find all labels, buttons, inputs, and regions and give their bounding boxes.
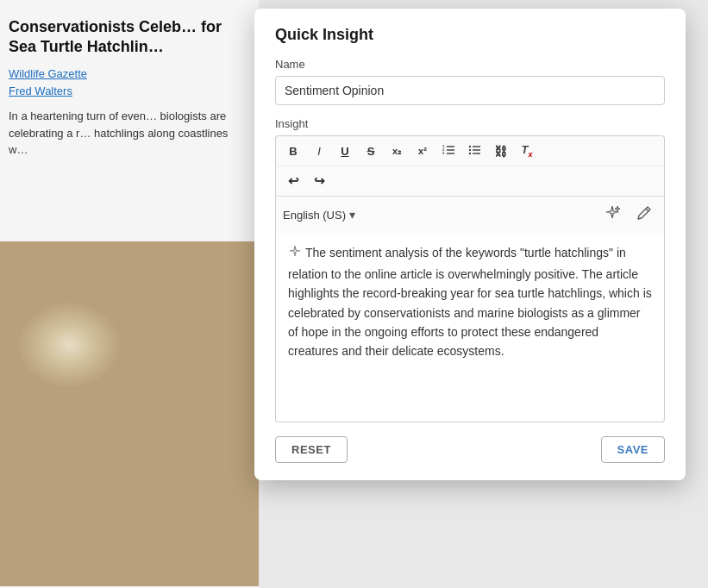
article-title: Conservationists Celeb… for Sea Turtle H… [9, 17, 233, 58]
ai-translate-button[interactable] [598, 202, 626, 228]
subscript-icon: x₂ [392, 146, 401, 157]
bold-button[interactable]: B [281, 140, 305, 162]
turtle-eggs-image [0, 241, 259, 586]
redo-icon: ↪ [314, 173, 325, 189]
clear-format-button[interactable]: Tx [515, 140, 539, 162]
unordered-list-button[interactable] [462, 140, 486, 162]
modal-title: Quick Insight [275, 26, 665, 44]
insight-toolbar: B I U S x₂ x² 1. 2. 3. [275, 135, 665, 166]
name-input[interactable] [275, 76, 665, 105]
bold-icon: B [289, 145, 297, 158]
ordered-list-button[interactable]: 1. 2. 3. [436, 140, 461, 162]
insight-label: Insight [275, 117, 665, 130]
content-sparkle-icon [288, 245, 302, 265]
unordered-list-icon [468, 144, 480, 159]
svg-point-9 [469, 145, 471, 147]
modal-footer: RESET SAVE [275, 436, 665, 463]
article-source-1[interactable]: Wildlife Gazette [9, 66, 233, 82]
italic-icon: I [317, 145, 321, 158]
subscript-button[interactable]: x₂ [385, 140, 409, 162]
strikethrough-icon: S [367, 145, 375, 158]
language-value: English (US) [283, 209, 346, 222]
ordered-list-icon: 1. 2. 3. [442, 144, 454, 159]
language-bar: English (US) ▾ [275, 196, 665, 233]
italic-button[interactable]: I [307, 140, 331, 162]
superscript-icon: x² [418, 146, 427, 156]
article-body: In a heartening turn of even… biologists… [9, 108, 233, 159]
strikethrough-button[interactable]: S [359, 140, 383, 162]
superscript-button[interactable]: x² [410, 140, 435, 162]
ai-stars-icon [604, 204, 621, 225]
svg-point-11 [469, 152, 471, 153]
link-button[interactable]: ⛓ [488, 140, 513, 162]
clear-format-icon: Tx [522, 143, 533, 159]
save-button[interactable]: SAVE [601, 436, 665, 463]
quick-insight-modal: Quick Insight Name Insight B I U S x₂ x² [254, 9, 686, 480]
edit-pen-button[interactable] [631, 203, 657, 227]
insight-text: The sentiment analysis of the keywords "… [288, 246, 652, 358]
svg-point-10 [469, 148, 471, 150]
underline-icon: U [341, 145, 348, 158]
underline-button[interactable]: U [333, 140, 357, 162]
name-label: Name [275, 58, 665, 71]
chevron-down-icon: ▾ [349, 208, 355, 222]
article-source-2[interactable]: Fred Walters [9, 84, 233, 99]
insight-content[interactable]: The sentiment analysis of the keywords "… [275, 233, 665, 422]
article-text-block: Conservationists Celeb… for Sea Turtle H… [9, 17, 233, 159]
undo-redo-toolbar: ↩ ↪ [275, 166, 665, 196]
pen-icon [636, 205, 652, 224]
svg-line-12 [646, 209, 648, 211]
svg-text:3.: 3. [442, 151, 445, 155]
redo-button[interactable]: ↪ [307, 170, 331, 192]
background-article: Conservationists Celeb… for Sea Turtle H… [0, 0, 259, 588]
language-selector[interactable]: English (US) ▾ [283, 208, 593, 222]
undo-icon: ↩ [288, 173, 299, 189]
reset-button[interactable]: RESET [275, 436, 348, 463]
undo-button[interactable]: ↩ [281, 170, 305, 192]
link-icon: ⛓ [494, 144, 507, 159]
